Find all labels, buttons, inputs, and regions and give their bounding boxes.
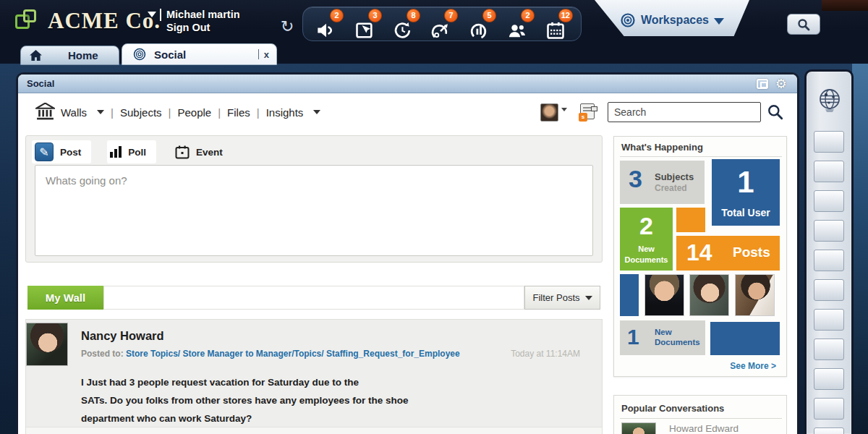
nav-files[interactable]: Files (227, 106, 250, 119)
chevron-down-icon[interactable] (561, 108, 567, 111)
nav-people[interactable]: People (177, 106, 211, 119)
post-author-avatar[interactable] (26, 323, 68, 366)
globe-icon[interactable] (817, 88, 843, 115)
filter-posts-button[interactable]: Filter Posts (524, 286, 600, 310)
badge-count: 8 (407, 9, 420, 22)
subjects-created-tile[interactable]: 3 Subjects Created (620, 161, 705, 204)
tab-social[interactable]: Social x (122, 43, 277, 65)
target-icon (620, 12, 636, 28)
subjects-count: 3 (629, 165, 642, 193)
wall-header: My Wall Filter Posts (27, 286, 600, 310)
rail-button[interactable] (814, 250, 844, 271)
total-user-count: 1 (712, 165, 780, 200)
rail-button[interactable] (814, 368, 844, 390)
nav-subjects[interactable]: Subjects (120, 106, 162, 119)
chevron-down-icon (97, 110, 104, 114)
social-window: Social ⚙ Walls (16, 72, 799, 434)
rail-button[interactable] (814, 309, 844, 331)
rail-button[interactable] (814, 398, 844, 420)
rail-button[interactable] (814, 279, 844, 301)
topbar: ACME Co. Michael martin Sign Out ↻ 2 (0, 0, 868, 43)
home-icon (30, 50, 42, 61)
reports-button[interactable]: 5 (463, 10, 496, 42)
new-documents-tile[interactable]: 2 New Documents (620, 208, 673, 271)
topbar-corner-decoration (822, 0, 868, 11)
new-documents-label: Documents (620, 255, 673, 264)
nav-walls[interactable]: Walls (61, 106, 87, 119)
popular-conversations-title: Popular Conversations (621, 403, 724, 414)
topic-link[interactable]: Store Topics/ Store Manager to Manager/T… (126, 349, 460, 359)
wall-bank-icon[interactable] (35, 103, 55, 122)
member-photo[interactable] (735, 274, 775, 316)
tasks-button[interactable]: 3 (349, 10, 382, 42)
restore-window-icon[interactable] (757, 79, 768, 89)
sync-icon[interactable]: ↻ (281, 17, 294, 35)
search-icon[interactable] (767, 103, 784, 121)
rail-button[interactable] (814, 161, 844, 182)
workspaces-label: Workspaces (641, 9, 709, 27)
divider (160, 9, 161, 21)
nav-separator: | (169, 106, 171, 119)
member-photo[interactable] (644, 274, 684, 316)
popular-conversations-panel: Popular Conversations Howard Edward (613, 395, 787, 434)
rail-button[interactable] (814, 131, 844, 153)
posts-tile[interactable]: 14 Posts (676, 236, 780, 271)
sign-out-link[interactable]: Sign Out (166, 21, 240, 34)
composer-tab-poll[interactable]: Poll (107, 140, 156, 163)
main-area: Social ⚙ Walls (0, 64, 868, 434)
gear-icon[interactable]: ⚙ (775, 77, 787, 90)
chevron-down-icon (714, 18, 724, 25)
nav-separator: | (257, 106, 260, 119)
badge-count: 3 (368, 9, 382, 22)
history-button[interactable]: 8 (387, 10, 420, 42)
see-more-link[interactable]: See More > (730, 361, 776, 371)
calendar-button[interactable]: 12 (540, 10, 573, 42)
rail-button[interactable] (814, 190, 844, 212)
divider (620, 418, 782, 419)
nav-separator: | (218, 106, 221, 119)
new-documents-tile-2[interactable]: 1 New Documents (620, 320, 705, 355)
post-author-name[interactable]: Nancy Howard (81, 329, 164, 343)
search-input[interactable] (608, 102, 761, 122)
tab-close-button[interactable]: x (264, 49, 269, 60)
workspaces-button[interactable]: Workspaces (595, 0, 749, 36)
composer-tab-event[interactable]: Event (172, 140, 233, 163)
app-screen: ACME Co. Michael martin Sign Out ↻ 2 (0, 0, 868, 434)
nav-insights[interactable]: Insights (266, 106, 304, 119)
people-button[interactable]: 2 (501, 10, 535, 42)
posts-label: Posts (733, 244, 770, 260)
chevron-down-icon (313, 110, 320, 114)
feed-icon[interactable]: s (579, 103, 597, 121)
rail-button[interactable] (814, 220, 844, 242)
announcements-button[interactable]: 2 (310, 10, 344, 42)
global-search-button[interactable] (787, 14, 820, 35)
posted-to-label: Posted to: (81, 349, 124, 359)
tab-bar: Home Social x (0, 43, 868, 72)
event-calendar-icon (175, 145, 190, 159)
poll-icon (110, 146, 122, 158)
total-user-tile[interactable]: 1 Total User (712, 159, 780, 226)
pencil-icon: ✎ (35, 142, 54, 161)
trends-button[interactable]: 7 (425, 10, 458, 42)
post-body: I Just had 3 people request vacation for… (81, 373, 409, 427)
window-title: Social (27, 78, 54, 89)
rail-button[interactable] (814, 427, 844, 434)
chevron-down-icon (148, 12, 156, 17)
acme-logo-icon (14, 7, 42, 35)
current-user-avatar[interactable] (540, 103, 558, 122)
status-input[interactable] (35, 165, 593, 256)
conversation-author-avatar[interactable] (621, 422, 656, 434)
conversation-author-name[interactable]: Howard Edward (669, 423, 739, 434)
composer-tab-label: Event (196, 147, 223, 158)
new-documents-count: 2 (620, 212, 673, 240)
composer-tab-label: Poll (128, 147, 146, 158)
tab-home[interactable]: Home (20, 46, 119, 65)
rail-button[interactable] (814, 339, 844, 360)
member-photo[interactable] (689, 274, 729, 316)
my-wall-tab[interactable]: My Wall (27, 286, 103, 310)
composer-tab-post[interactable]: ✎ Post (32, 140, 91, 163)
new-documents-count: 1 (627, 325, 639, 349)
decorative-tile (620, 274, 639, 316)
chevron-down-icon (585, 296, 592, 300)
user-menu[interactable]: Michael martin Sign Out (148, 8, 240, 34)
